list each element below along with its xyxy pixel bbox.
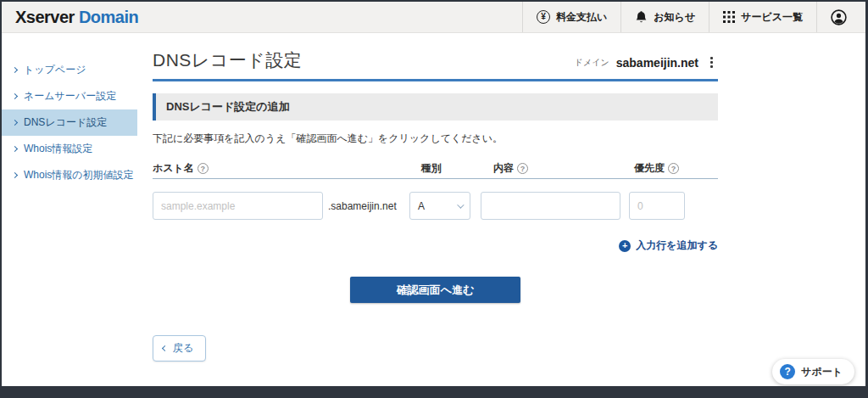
back-button[interactable]: 戻る: [153, 335, 206, 362]
section-header: DNSレコード設定の追加: [153, 93, 718, 121]
title-row: DNSレコード設定 ドメイン sabameijin.net: [153, 33, 718, 81]
top-header: Xserver Domain ¥ 料金支払い お知らせ: [2, 2, 865, 33]
confirm-row: 確認画面へ進む: [153, 277, 718, 303]
chevron-right-icon: [12, 120, 18, 126]
header-nav: ¥ 料金支払い お知らせ: [522, 2, 865, 32]
sidebar-item-whois-default-settings[interactable]: Whois情報の初期値設定: [2, 162, 137, 188]
add-row-container: + 入力行を追加する: [153, 238, 718, 253]
chevron-right-icon: [12, 67, 18, 73]
nav-payment[interactable]: ¥ 料金支払い: [522, 2, 620, 32]
yen-circle-icon: ¥: [537, 10, 550, 24]
help-icon[interactable]: ?: [198, 163, 209, 174]
form-labels-row: ホスト名 ? 種別 内容 ? 優先度 ?: [153, 161, 718, 179]
sidebar-item-label: Whois情報設定: [24, 142, 92, 156]
priority-label: 優先度 ?: [634, 161, 679, 176]
nav-notifications-label: お知らせ: [654, 10, 695, 25]
back-row: 戻る: [153, 335, 718, 362]
logo-text-secondary: Domain: [79, 8, 138, 27]
form-row: .sabameijin.net A: [153, 192, 718, 220]
nav-notifications[interactable]: お知らせ: [620, 2, 709, 32]
sidebar-item-top-page[interactable]: トップページ: [2, 57, 137, 83]
priority-input[interactable]: [629, 192, 685, 220]
back-button-label: 戻る: [173, 341, 193, 356]
sidebar-item-whois-settings[interactable]: Whois情報設定: [2, 136, 137, 162]
content-label-text: 内容: [493, 161, 514, 176]
support-button[interactable]: ? サポート: [772, 359, 854, 384]
content-input[interactable]: [481, 192, 620, 220]
help-icon[interactable]: ?: [668, 163, 679, 174]
type-label-text: 種別: [421, 161, 442, 176]
help-icon[interactable]: ?: [517, 163, 528, 174]
sidebar-item-label: Whois情報の初期値設定: [24, 168, 134, 182]
confirm-button[interactable]: 確認画面へ進む: [350, 277, 520, 303]
priority-label-text: 優先度: [634, 161, 665, 176]
logo-text-primary: Xserver: [15, 8, 75, 27]
chevron-left-icon: [162, 345, 168, 351]
host-input[interactable]: [153, 192, 323, 220]
type-label: 種別: [421, 161, 442, 176]
page-frame: Xserver Domain ¥ 料金支払い お知らせ: [2, 2, 865, 386]
type-select-value: A: [418, 200, 425, 212]
grid-icon: [723, 11, 735, 23]
host-label-text: ホスト名: [153, 161, 194, 176]
nav-services[interactable]: サービス一覧: [709, 2, 816, 32]
main-content: DNSレコード設定 ドメイン sabameijin.net DNSレコード設定の…: [153, 33, 718, 386]
support-label: サポート: [801, 365, 843, 379]
question-circle-icon: ?: [780, 364, 795, 379]
domain-value: sabameijin.net: [616, 56, 698, 70]
sidebar-item-label: DNSレコード設定: [24, 115, 107, 130]
domain-box: ドメイン sabameijin.net: [575, 54, 718, 72]
domain-suffix: .sabameijin.net: [328, 200, 384, 212]
person-circle-icon: [831, 9, 847, 25]
sidebar-item-dns-record-settings[interactable]: DNSレコード設定: [2, 109, 137, 136]
nav-payment-label: 料金支払い: [556, 10, 607, 25]
chevron-right-icon: [12, 93, 18, 99]
bell-icon: [635, 10, 648, 24]
sidebar: トップページ ネームサーバー設定 DNSレコード設定 Whois情報設定 Who…: [2, 33, 137, 386]
sidebar-item-label: トップページ: [24, 63, 86, 77]
domain-label: ドメイン: [575, 57, 609, 69]
chevron-right-icon: [12, 172, 18, 178]
chevron-right-icon: [12, 146, 18, 152]
content-label: 内容 ?: [493, 161, 528, 176]
add-input-row-link[interactable]: + 入力行を追加する: [619, 238, 718, 253]
app-logo[interactable]: Xserver Domain: [2, 2, 138, 32]
account-menu-button[interactable]: [816, 2, 865, 32]
chevron-down-icon: [457, 201, 464, 208]
sidebar-item-nameserver-settings[interactable]: ネームサーバー設定: [2, 83, 137, 109]
host-label: ホスト名 ?: [153, 161, 209, 176]
type-select[interactable]: A: [409, 192, 470, 220]
kebab-menu-icon[interactable]: [705, 54, 718, 70]
sidebar-item-label: ネームサーバー設定: [24, 89, 116, 104]
add-row-label: 入力行を追加する: [636, 238, 718, 253]
plus-circle-icon: +: [619, 240, 631, 252]
nav-services-label: サービス一覧: [741, 10, 803, 25]
instruction-text: 下記に必要事項を記入のうえ「確認画面へ進む」をクリックしてください。: [153, 132, 718, 146]
app-window: { "header": { "logo_primary": "Xserver",…: [0, 0, 868, 398]
page-title: DNSレコード設定: [153, 48, 302, 72]
